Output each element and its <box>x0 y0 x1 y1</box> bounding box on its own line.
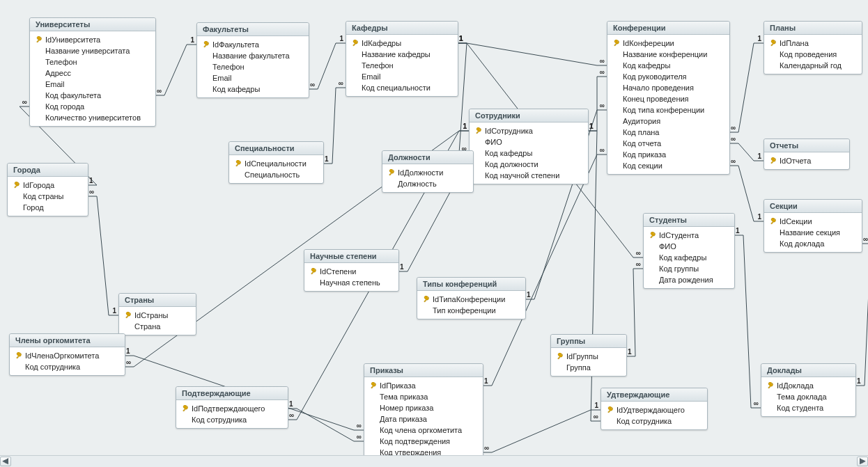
table-dolzhnosti[interactable]: ДолжностиIdДолжностиДолжность <box>382 150 474 193</box>
field[interactable]: Научная степень <box>306 277 397 288</box>
field[interactable]: Код отчета <box>609 138 728 149</box>
pk-field[interactable]: IdУниверситета <box>31 34 154 45</box>
field[interactable]: Код руководителя <box>609 71 728 82</box>
field[interactable]: Название университата <box>31 45 154 56</box>
pk-field[interactable]: IdУдтверждающего <box>603 404 706 415</box>
table-otchety[interactable]: ОтчетыIdОтчета <box>764 138 850 170</box>
table-prikazy[interactable]: ПриказыIdПриказаТема приказаНомер приказ… <box>364 363 483 461</box>
field[interactable]: Код секции <box>609 160 728 171</box>
field[interactable]: Код подтверждения <box>366 436 481 447</box>
field[interactable]: Код приказа <box>609 149 728 160</box>
field[interactable]: ФИО <box>645 241 733 252</box>
field[interactable]: Название факультета <box>199 50 307 61</box>
field[interactable]: Код города <box>31 101 154 112</box>
pk-field[interactable]: IdГорода <box>9 180 86 191</box>
pk-field[interactable]: IdПриказа <box>366 380 481 391</box>
table-universitety[interactable]: УниверситетыIdУниверситетаНазвание униве… <box>29 17 156 127</box>
pk-field[interactable]: IdГруппы <box>552 351 625 362</box>
horizontal-scrollbar[interactable]: ⯇ ⯈ <box>0 455 868 467</box>
pk-field[interactable]: IdДолжности <box>384 167 472 178</box>
field[interactable]: Код должности <box>471 159 587 170</box>
pk-field[interactable]: IdДоклада <box>763 380 854 391</box>
field[interactable]: Код научной степени <box>471 170 587 181</box>
field[interactable]: Название секция <box>766 227 860 238</box>
field[interactable]: Код факультета <box>31 90 154 101</box>
field[interactable]: Код доклада <box>766 238 860 249</box>
field[interactable]: Код кафедры <box>645 252 733 263</box>
table-podtverzh[interactable]: ПодтверждающиеIdПодтверждающегоКод сотру… <box>176 386 288 429</box>
field[interactable]: Код кафедры <box>199 84 307 95</box>
table-stepeni[interactable]: Научные степениIdСтепениНаучная степень <box>304 249 399 292</box>
pk-field[interactable]: IdКафедры <box>348 38 456 49</box>
table-kafedry[interactable]: КафедрыIdКафедрыНазвание кафедрыТелефонE… <box>346 21 458 97</box>
field[interactable]: Дата приказа <box>366 413 481 425</box>
field[interactable]: Код сотрудника <box>11 361 123 372</box>
field[interactable]: Код члена оргкометита <box>366 425 481 436</box>
field[interactable]: Тема приказа <box>366 391 481 402</box>
field[interactable]: Код страны <box>9 191 86 202</box>
pk-field[interactable]: IdСтраны <box>121 310 194 321</box>
field[interactable]: Тип конференции <box>419 305 524 316</box>
table-title[interactable]: Планы <box>764 22 862 35</box>
field[interactable]: Email <box>31 79 154 90</box>
pk-field[interactable]: IdСтепени <box>306 266 397 277</box>
pk-field[interactable]: IdКонфереции <box>609 38 728 49</box>
table-title[interactable]: Удтверждающие <box>601 388 707 402</box>
field[interactable]: Код типа конференции <box>609 104 728 116</box>
table-udtverzh[interactable]: УдтверждающиеIdУдтверждающегоКод сотрудн… <box>600 388 708 430</box>
field[interactable]: Телефон <box>348 60 456 71</box>
field[interactable]: Название кафедры <box>348 49 456 60</box>
table-studenty[interactable]: СтудентыIdСтудентаФИОКод кафедрыКод груп… <box>643 213 735 289</box>
table-title[interactable]: Кафедры <box>346 22 458 35</box>
pk-field[interactable]: IdСекции <box>766 216 860 227</box>
field[interactable]: Телефон <box>199 61 307 72</box>
table-gruppy[interactable]: ГруппыIdГруппыГруппа <box>550 334 627 377</box>
field[interactable]: Страна <box>121 321 194 332</box>
field[interactable]: Код группы <box>645 263 733 274</box>
table-sotrudniki[interactable]: СотрудникиIdСотрудникаФИОКод кафедрыКод … <box>469 109 589 184</box>
field[interactable]: Код проведения <box>766 49 860 60</box>
table-title[interactable]: Научные степени <box>304 250 398 263</box>
relationships-canvas[interactable]: 1∞1∞1∞1∞1∞1∞1∞1∞1∞1∞1∞1∞1∞1∞1∞1∞1∞1∞1∞1∞… <box>0 0 868 467</box>
scroll-right-button[interactable]: ⯈ <box>857 457 868 466</box>
scroll-left-button[interactable]: ⯇ <box>0 457 11 466</box>
field[interactable]: Тема доклада <box>763 391 854 402</box>
table-spetsialnosti[interactable]: СпециальностиIdСпециальностиСпециальност… <box>228 141 324 184</box>
table-title[interactable]: Должности <box>382 151 473 164</box>
field[interactable]: Адресс <box>31 68 154 79</box>
table-title[interactable]: Студенты <box>644 214 734 227</box>
table-fakultety[interactable]: ФакультетыIdФакультетаНазвание факультет… <box>196 22 309 98</box>
field[interactable]: Конец проведения <box>609 93 728 104</box>
pk-field[interactable]: IdТипаКонференции <box>419 294 524 305</box>
field[interactable]: Код сотрудника <box>603 415 706 427</box>
field[interactable]: Код плана <box>609 127 728 138</box>
table-sektsii[interactable]: СекцииIdСекцииНазвание секцияКод доклада <box>764 199 862 253</box>
field[interactable]: Специальность <box>231 169 322 180</box>
field[interactable]: Код кафедры <box>471 148 587 159</box>
field[interactable]: Код сотрудника <box>178 414 286 425</box>
pk-field[interactable]: IdСпециальности <box>231 158 322 169</box>
table-tipy[interactable]: Типы конференцийIdТипаКонференцииТип кон… <box>417 277 526 319</box>
table-title[interactable]: Конференции <box>607 22 729 35</box>
table-title[interactable]: Страны <box>119 294 196 307</box>
table-plany[interactable]: ПланыIdПланаКод проведенияКалендарный го… <box>764 21 862 74</box>
pk-field[interactable]: IdПлана <box>766 38 860 49</box>
table-title[interactable]: Города <box>8 164 88 177</box>
field[interactable]: Город <box>9 202 86 213</box>
field[interactable]: Код кафедры <box>609 60 728 71</box>
field[interactable]: Аудитория <box>609 116 728 127</box>
field[interactable]: Код специальности <box>348 82 456 93</box>
table-title[interactable]: Типы конференций <box>417 278 525 291</box>
table-strany[interactable]: СтраныIdСтраныСтрана <box>118 293 196 335</box>
field[interactable]: Код студента <box>763 402 854 413</box>
table-title[interactable]: Университеты <box>30 18 155 31</box>
pk-field[interactable]: IdСотрудника <box>471 125 587 136</box>
table-title[interactable]: Группы <box>551 335 626 348</box>
table-title[interactable]: Приказы <box>364 364 483 377</box>
table-title[interactable]: Сотрудники <box>470 109 588 122</box>
table-title[interactable]: Доклады <box>761 364 855 377</box>
field[interactable]: Количество университетов <box>31 112 154 123</box>
field[interactable]: Начало проведения <box>609 82 728 93</box>
table-goroda[interactable]: ГородаIdГородаКод страныГород <box>7 163 88 216</box>
field[interactable]: Название конференции <box>609 49 728 60</box>
